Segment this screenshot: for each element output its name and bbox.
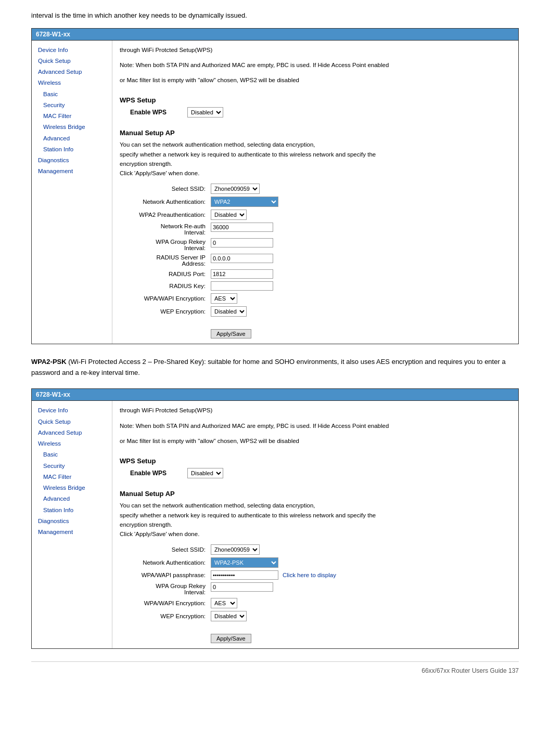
sidebar-item-security[interactable]: Security [32, 100, 112, 111]
sidebar-item-station-info[interactable]: Station Info [32, 144, 112, 155]
wpa-group-rekey-row-1: WPA Group RekeyInterval: [120, 238, 511, 251]
network-auth-label-1: Network Authentication: [120, 199, 211, 205]
select-ssid-label-1: Select SSID: [120, 186, 211, 192]
select-ssid-row-2: Select SSID: Zhone009059 [120, 544, 511, 555]
wep-enc-label-1: WEP Encryption: [120, 308, 211, 315]
network-auth-label-2: Network Authentication: [120, 559, 211, 566]
apply-save-button-1[interactable]: Apply/Save [211, 329, 251, 338]
intro-text: interval is the time in which another ke… [31, 10, 519, 21]
sidebar-item-station-info[interactable]: Station Info [32, 505, 112, 516]
sidebar-item-diagnostics[interactable]: Diagnostics [32, 516, 112, 527]
select-ssid-select-1[interactable]: Zhone009059 [211, 184, 260, 194]
sidebar-item-quick-setup[interactable]: Quick Setup [32, 416, 112, 427]
wpa2psk-bold: WPA2-PSK [31, 358, 67, 366]
wpa-group-rekey-label-1: WPA Group RekeyInterval: [120, 238, 211, 251]
sidebar-item-basic[interactable]: Basic [32, 89, 112, 100]
network-auth-row-1: Network Authentication: WPA2 WPA2-PSK WP… [120, 197, 511, 207]
sidebar-item-management[interactable]: Management [32, 527, 112, 538]
wps-section-title-1: WPS Setup [120, 96, 511, 104]
wpa-wapi-enc-label-2: WPA/WAPI Encryption: [120, 600, 211, 606]
network-reauth-label-1: Network Re-authInterval: [120, 223, 211, 236]
wpa-group-rekey-input-2[interactable] [211, 582, 273, 592]
wps-note-line-2-2: Note: When both STA PIN and Authorized M… [120, 422, 511, 431]
enable-wps-label-2: Enable WPS [130, 470, 172, 477]
network-auth-select-2[interactable]: WPA2 WPA2-PSK WPA Open [211, 557, 278, 568]
select-ssid-row-1: Select SSID: Zhone009059 [120, 184, 511, 194]
wpa-group-rekey-row-2: WPA Group RekeyInterval: [120, 582, 511, 595]
wps-section-title-2: WPS Setup [120, 457, 511, 465]
main-content-1: through WiFi Protcted Setup(WPS) Note: W… [112, 41, 518, 344]
radius-server-input-1[interactable] [211, 254, 273, 263]
sidebar-item-wireless[interactable]: Wireless [32, 438, 112, 449]
sidebar-2: Device InfoQuick SetupAdvanced SetupWire… [32, 401, 112, 648]
router-header-1: 6728-W1-xx [32, 29, 518, 41]
wpa-wapi-enc-row-2: WPA/WAPI Encryption: AES TKIP [120, 598, 511, 608]
apply-save-button-2[interactable]: Apply/Save [211, 634, 251, 643]
wpa-wapi-enc-row-1: WPA/WAPI Encryption: AES TKIP [120, 293, 511, 304]
wep-enc-row-2: WEP Encryption: Disabled Enabled [120, 611, 511, 621]
manual-setup-title-1: Manual Setup AP [120, 129, 511, 137]
sidebar-item-quick-setup[interactable]: Quick Setup [32, 56, 112, 67]
wep-enc-select-2[interactable]: Disabled Enabled [211, 611, 247, 621]
sidebar-item-basic[interactable]: Basic [32, 449, 112, 460]
radius-key-label-1: RADIUS Key: [120, 283, 211, 289]
wpa-wapi-passphrase-input-2[interactable] [211, 570, 278, 580]
sidebar-item-wireless[interactable]: Wireless [32, 77, 112, 88]
footer-text: 66xx/67xx Router Users Guide 137 [421, 667, 519, 674]
wps-setup-row-1: Enable WPS Disabled Enabled [130, 107, 511, 118]
wps-note-line-1-3: or Mac filter list is empty with "allow"… [120, 76, 511, 85]
router-box-2: 6728-W1-xx Device InfoQuick SetupAdvance… [31, 388, 519, 648]
wps-note-line-1-1: through WiFi Protcted Setup(WPS) [120, 46, 511, 55]
sidebar-item-security[interactable]: Security [32, 461, 112, 472]
sidebar-item-mac-filter[interactable]: MAC Filter [32, 111, 112, 122]
enable-wps-select-2[interactable]: Disabled Enabled [187, 468, 223, 478]
footer: 66xx/67xx Router Users Guide 137 [31, 661, 519, 674]
wep-enc-row-1: WEP Encryption: Disabled Enabled [120, 306, 511, 317]
sidebar-item-wireless-bridge[interactable]: Wireless Bridge [32, 483, 112, 493]
wpa-wapi-enc-select-1[interactable]: AES TKIP [211, 293, 237, 304]
wpa-group-rekey-label-2: WPA Group RekeyInterval: [120, 582, 211, 595]
sidebar-item-advanced[interactable]: Advanced [32, 493, 112, 504]
main-content-2: through WiFi Protcted Setup(WPS) Note: W… [112, 401, 518, 648]
wpa2-preauth-label-1: WPA2 Preauthentication: [120, 212, 211, 218]
radius-port-label-1: RADIUS Port: [120, 271, 211, 277]
sidebar-item-diagnostics[interactable]: Diagnostics [32, 155, 112, 166]
network-auth-row-2: Network Authentication: WPA2 WPA2-PSK WP… [120, 557, 511, 568]
wps-setup-row-2: Enable WPS Disabled Enabled [130, 468, 511, 478]
radius-key-input-1[interactable] [211, 281, 273, 291]
radius-server-row-1: RADIUS Server IPAddress: [120, 254, 511, 267]
wpa-wapi-enc-select-2[interactable]: AES TKIP [211, 598, 237, 608]
wep-enc-select-1[interactable]: Disabled Enabled [211, 306, 247, 317]
network-reauth-row-1: Network Re-authInterval: [120, 223, 511, 236]
select-ssid-select-2[interactable]: Zhone009059 [211, 544, 260, 555]
wep-enc-label-2: WEP Encryption: [120, 613, 211, 619]
wps-note-box-1: through WiFi Protcted Setup(WPS) Note: W… [120, 46, 511, 85]
enable-wps-select-1[interactable]: Disabled Enabled [187, 107, 223, 118]
click-here-display-2[interactable]: Click here to display [283, 572, 336, 578]
sidebar-item-advanced-setup[interactable]: Advanced Setup [32, 427, 112, 438]
wpa2-preauth-select-1[interactable]: Disabled Enabled [211, 210, 247, 220]
network-reauth-input-1[interactable] [211, 223, 273, 232]
wps-note-line-2-1: through WiFi Protcted Setup(WPS) [120, 406, 511, 415]
network-auth-select-1[interactable]: WPA2 WPA2-PSK WPA Open [211, 197, 278, 207]
wpa-wapi-passphrase-label-2: WPA/WAPI passphrase: [120, 572, 211, 578]
desc-text-1: You can set the network authentication m… [120, 140, 511, 178]
sidebar-item-mac-filter[interactable]: MAC Filter [32, 472, 112, 483]
wpa-wapi-passphrase-row-2: WPA/WAPI passphrase: Click here to displ… [120, 570, 511, 580]
sidebar-item-device-info[interactable]: Device Info [32, 45, 112, 56]
sidebar-1: Device InfoQuick SetupAdvanced SetupWire… [32, 41, 112, 344]
desc-text-2: You can set the network authentication m… [120, 501, 511, 539]
sidebar-item-device-info[interactable]: Device Info [32, 405, 112, 416]
sidebar-item-advanced-setup[interactable]: Advanced Setup [32, 67, 112, 77]
sidebar-item-advanced[interactable]: Advanced [32, 133, 112, 144]
router-box-1: 6728-W1-xx Device InfoQuick SetupAdvance… [31, 28, 519, 344]
wpa2psk-description: WPA2-PSK (Wi-Fi Protected Access 2 – Pre… [31, 357, 519, 379]
wps-note-line-2-3: or Mac filter list is empty with "allow"… [120, 437, 511, 446]
sidebar-item-wireless-bridge[interactable]: Wireless Bridge [32, 122, 112, 133]
sidebar-item-management[interactable]: Management [32, 166, 112, 177]
radius-key-row-1: RADIUS Key: [120, 281, 511, 291]
radius-port-input-1[interactable] [211, 269, 273, 279]
select-ssid-label-2: Select SSID: [120, 546, 211, 553]
radius-server-label-1: RADIUS Server IPAddress: [120, 254, 211, 267]
wpa-group-rekey-input-1[interactable] [211, 238, 273, 247]
